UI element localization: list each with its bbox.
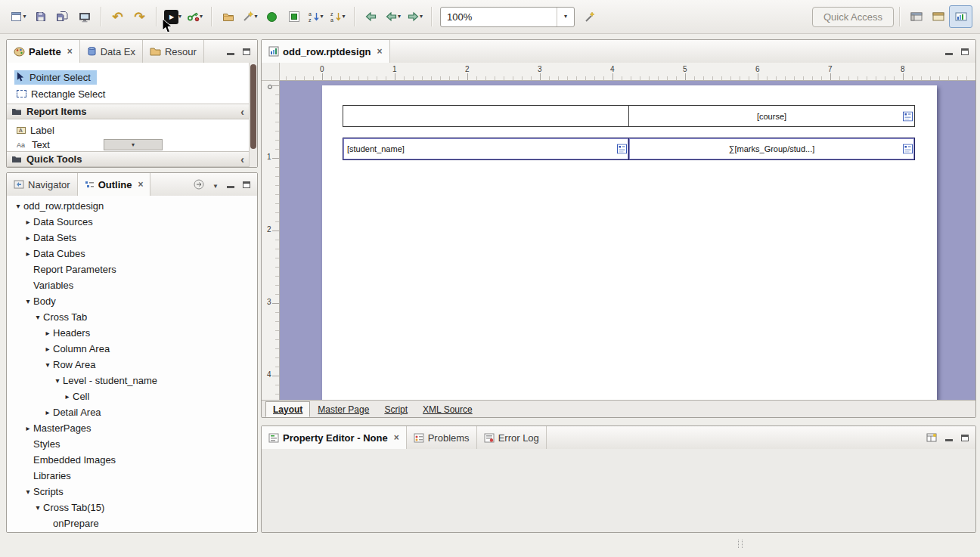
minimize-icon[interactable] — [227, 181, 234, 188]
tree-item[interactable]: Embedded Images — [7, 452, 257, 468]
collapse-arrow-icon[interactable]: ▾ — [33, 503, 43, 512]
expand-arrow-icon[interactable]: ▸ — [23, 234, 33, 242]
run-button[interactable] — [261, 6, 283, 27]
back-history-button[interactable] — [382, 6, 404, 27]
tab-master-page[interactable]: Master Page — [310, 401, 377, 417]
data-source-button[interactable] — [184, 6, 206, 27]
zoom-dropdown-button[interactable] — [557, 8, 574, 26]
tree-item[interactable]: onPrepare — [7, 515, 257, 531]
tab-error-log[interactable]: Error Log — [477, 426, 547, 449]
palette-scroll-down-button[interactable] — [104, 139, 163, 150]
sort-ascending-button[interactable]: az — [305, 6, 327, 27]
tree-item[interactable]: ▾Row Area — [7, 357, 257, 373]
expand-arrow-icon[interactable]: ▸ — [23, 424, 33, 432]
expand-arrow-icon[interactable]: ▸ — [42, 345, 53, 353]
open-perspective-button[interactable] — [905, 6, 927, 27]
dropdown-caret-icon[interactable] — [398, 14, 401, 20]
tree-item[interactable]: ▸Column Area — [7, 341, 257, 357]
tree-item[interactable]: Report Parameters — [7, 261, 257, 277]
tree-item[interactable]: ▸Detail Area — [7, 404, 257, 420]
collapse-arrow-icon[interactable]: ▾ — [33, 313, 43, 321]
minimize-icon[interactable] — [227, 48, 234, 55]
data-binding-icon[interactable] — [903, 144, 913, 154]
palette-item-label[interactable]: A Label — [7, 122, 249, 138]
tab-property-editor[interactable]: Property Editor - None — [262, 426, 407, 449]
expand-arrow-icon[interactable]: ▸ — [42, 408, 53, 416]
crosstab-header-right-cell[interactable]: [course] — [628, 105, 915, 127]
tree-item[interactable]: ▸Headers — [7, 325, 257, 341]
expand-arrow-icon[interactable]: ▸ — [42, 329, 53, 337]
dropdown-caret-icon[interactable] — [342, 14, 345, 20]
sort-descending-button[interactable]: za — [327, 6, 349, 27]
zoom-combobox[interactable]: 100% — [440, 7, 575, 27]
debug-button[interactable] — [283, 6, 305, 27]
dropdown-caret-icon[interactable] — [254, 14, 257, 20]
forward-history-button[interactable] — [404, 6, 426, 27]
tab-xml-source[interactable]: XML Source — [415, 401, 480, 417]
minimize-icon[interactable] — [945, 434, 953, 441]
minimize-icon[interactable] — [945, 48, 953, 55]
tab-layout[interactable]: Layout — [265, 401, 310, 417]
collapse-arrow-icon[interactable]: ▾ — [52, 376, 63, 385]
tree-item[interactable]: ▾odd_row.rptdesign — [7, 198, 257, 214]
close-icon[interactable] — [377, 47, 383, 56]
crosstab-header-left-cell[interactable] — [343, 105, 629, 127]
redo-button[interactable]: ↷ — [129, 6, 150, 27]
format-wand-button[interactable] — [578, 6, 600, 27]
report-design-perspective-button[interactable] — [949, 5, 972, 28]
dropdown-caret-icon[interactable] — [23, 14, 26, 20]
tree-item[interactable]: Libraries — [7, 468, 257, 484]
tab-palette[interactable]: Palette — [7, 40, 80, 63]
collapse-arrow-icon[interactable]: ▾ — [13, 202, 23, 210]
tree-item[interactable]: ▸MasterPages — [7, 420, 257, 436]
tree-item[interactable]: ▸Data Sets — [7, 230, 257, 246]
dropdown-caret-icon[interactable] — [320, 14, 323, 20]
palette-scrollbar[interactable] — [249, 63, 257, 167]
tab-outline[interactable]: Outline — [78, 173, 151, 196]
dropdown-caret-icon[interactable] — [200, 14, 203, 20]
new-report-button[interactable] — [8, 6, 29, 27]
link-with-editor-icon[interactable] — [194, 179, 204, 190]
report-page[interactable]: [course] [student_name] ∑[marks_Group/st… — [322, 85, 937, 400]
dropdown-caret-icon[interactable] — [178, 14, 181, 20]
undo-button[interactable]: ↶ — [107, 6, 129, 27]
close-icon[interactable] — [138, 180, 143, 189]
view-menu-icon[interactable] — [212, 178, 219, 191]
tree-item[interactable]: ▾Scripts — [7, 484, 257, 500]
tab-script[interactable]: Script — [377, 401, 415, 417]
crosstab-measure-cell[interactable]: ∑[marks_Group/stud...] — [628, 138, 915, 160]
palette-tool-rectangle-select[interactable]: Rectangle Select — [7, 85, 249, 102]
tree-item[interactable]: Styles — [7, 436, 257, 452]
tree-item[interactable]: Variables — [7, 277, 257, 293]
expand-arrow-icon[interactable]: ▸ — [23, 218, 33, 226]
resource-perspective-button[interactable] — [927, 6, 949, 27]
save-button[interactable] — [29, 6, 51, 27]
tab-problems[interactable]: Problems — [407, 426, 477, 449]
collapse-arrow-icon[interactable]: ▾ — [23, 297, 33, 305]
dropdown-caret-icon[interactable] — [420, 14, 423, 20]
save-all-button[interactable] — [51, 6, 73, 27]
design-canvas[interactable]: [course] [student_name] ∑[marks_Group/st… — [280, 81, 975, 400]
expand-arrow-icon[interactable]: ▸ — [23, 249, 33, 258]
expand-arrow-icon[interactable]: ▸ — [62, 392, 73, 401]
data-binding-icon[interactable] — [617, 144, 627, 154]
palette-section-quick-tools[interactable]: Quick Tools — [7, 151, 249, 167]
wizard-button[interactable] — [239, 6, 261, 27]
layout-grid-icon[interactable] — [926, 433, 937, 442]
tree-item[interactable]: ▸Data Sources — [7, 214, 257, 230]
palette-section-report-items[interactable]: Report Items — [7, 104, 249, 119]
close-icon[interactable] — [394, 433, 399, 442]
maximize-icon[interactable] — [961, 48, 969, 55]
tree-item[interactable]: ▸Cell — [7, 388, 257, 404]
tab-data-explorer[interactable]: Data Ex — [80, 40, 143, 63]
tree-item[interactable]: ▾Cross Tab — [7, 309, 257, 325]
back-button[interactable] — [360, 6, 382, 27]
crosstab-rowarea-cell[interactable]: [student_name] — [343, 138, 629, 160]
tree-item[interactable]: ▸Data Cubes — [7, 246, 257, 261]
quick-access-button[interactable]: Quick Access — [812, 7, 894, 27]
collapse-arrow-icon[interactable]: ▾ — [42, 361, 53, 369]
tree-item[interactable]: ▾Cross Tab(15) — [7, 500, 257, 515]
scrollbar-thumb[interactable] — [250, 64, 256, 149]
collapse-arrow-icon[interactable]: ▾ — [23, 487, 33, 496]
tab-editor-rptdesign[interactable]: odd_row.rptdesign — [262, 40, 390, 63]
